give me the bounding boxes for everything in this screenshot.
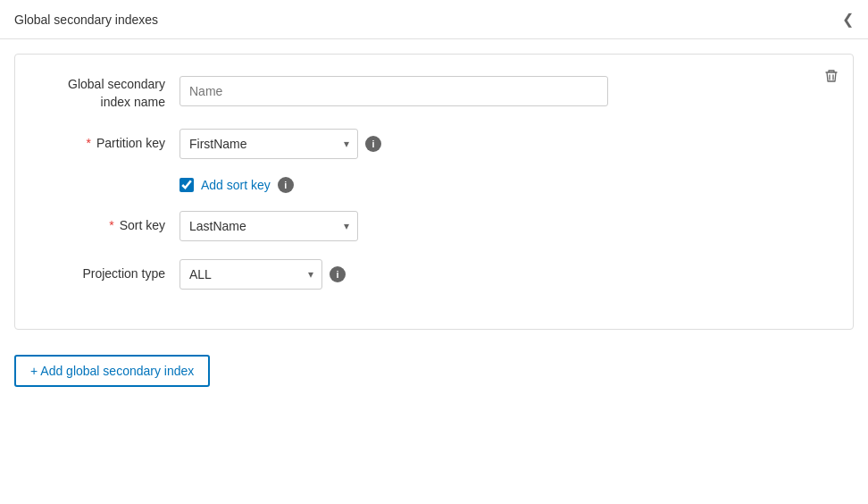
section-title: Global secondary indexes [14,13,158,27]
projection-type-field: ALL KEYS_ONLY INCLUDE ▾ i [179,259,346,290]
projection-type-label: Projection type [37,259,179,281]
projection-type-row: Projection type ALL KEYS_ONLY INCLUDE ▾ … [37,259,831,290]
partition-key-info-icon[interactable]: i [365,136,381,152]
sort-key-checkbox[interactable] [179,178,194,192]
sort-key-checkbox-label[interactable]: Add sort key [201,178,271,192]
sort-key-info-icon[interactable]: i [278,177,294,193]
partition-key-field: FirstName LastName Email Id ▾ i [179,129,381,159]
partition-key-select-wrapper: FirstName LastName Email Id ▾ [179,129,358,159]
sort-key-select-wrapper: LastName FirstName Email Id ▾ [179,211,358,241]
partition-key-label: * Partition key [37,129,179,150]
chevron-icon: ❮ [842,11,854,28]
projection-type-info-icon[interactable]: i [330,266,346,282]
page-container: Global secondary indexes ❮ Global second… [0,0,868,398]
partition-key-row: * Partition key FirstName LastName Email… [37,129,831,159]
sort-key-label: * Sort key [37,211,179,232]
delete-button[interactable] [821,65,842,90]
add-global-secondary-index-button[interactable]: + Add global secondary index [14,355,210,387]
partition-key-select[interactable]: FirstName LastName Email Id [179,129,358,159]
name-field-row: Global secondary index name [37,76,831,111]
name-label: Global secondary index name [37,76,179,111]
sort-key-checkbox-row: Add sort key i [37,177,831,193]
index-name-input[interactable] [179,76,608,106]
section-header[interactable]: Global secondary indexes ❮ [0,0,868,39]
index-card: Global secondary index name * Partition … [14,54,854,330]
sort-key-row: * Sort key LastName FirstName Email Id ▾ [37,211,831,241]
sort-key-select[interactable]: LastName FirstName Email Id [179,211,358,241]
projection-type-select-wrapper: ALL KEYS_ONLY INCLUDE ▾ [179,259,322,290]
add-index-section: + Add global secondary index [0,344,868,398]
projection-type-select[interactable]: ALL KEYS_ONLY INCLUDE [179,259,322,290]
